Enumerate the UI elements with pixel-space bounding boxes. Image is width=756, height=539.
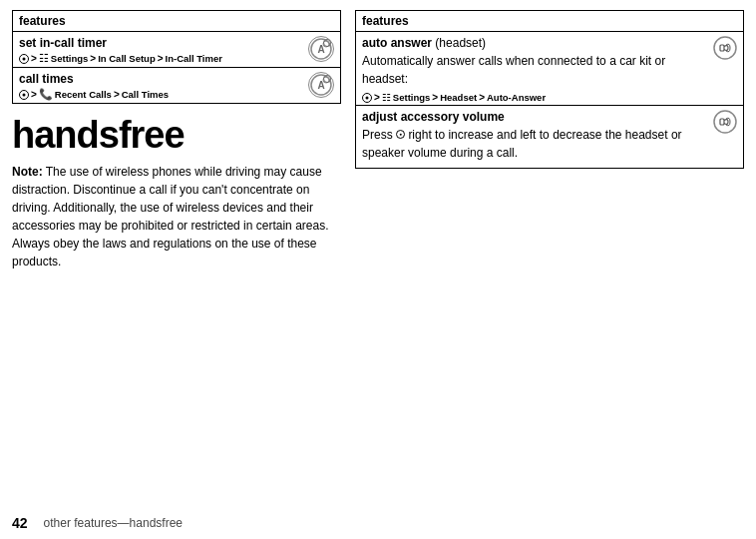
footer-text: other features—handsfree (44, 516, 183, 530)
left-feature-table: features set in-call timer > (12, 10, 341, 104)
handsfree-section: handsfree Note: The use of wireless phon… (12, 114, 341, 270)
feature-name-set-in-call-timer: set in-call timer (19, 36, 222, 50)
left-row-call-times: call times > 📞 Recent Calls > Call Times (13, 68, 341, 104)
nav-control-icon (396, 130, 405, 139)
icon-speaker-adjust-volume (713, 110, 737, 137)
right-feature-table: features auto answer (headset) Automatic… (355, 10, 744, 169)
auto-answer-description: Automatically answer calls when connecte… (362, 52, 709, 88)
left-row-set-in-call-timer: set in-call timer > ☷ Settings > In Call… (13, 32, 341, 68)
svg-rect-7 (720, 45, 724, 51)
settings-grid-icon: ☷ (39, 52, 49, 65)
handsfree-title: handsfree (12, 114, 341, 157)
svg-rect-9 (720, 119, 724, 125)
svg-text:A: A (317, 44, 324, 55)
auto-answer-path: > ☷ Settings > Headset > Auto-Answer (362, 92, 709, 103)
recent-calls-icon: 📞 (39, 88, 53, 101)
right-row-adjust-volume: adjust accessory volume Press right to i… (356, 106, 744, 169)
right-row-auto-answer: auto answer (headset) Automatically answ… (356, 32, 744, 106)
right-table-header: features (356, 11, 744, 32)
icon-a-set-in-call-timer: A (308, 36, 334, 62)
nav-dot-icon (19, 54, 29, 64)
page: features set in-call timer > (0, 0, 756, 539)
adjust-volume-name: adjust accessory volume (362, 110, 709, 124)
nav-dot-auto-answer (362, 93, 372, 103)
feature-name-call-times: call times (19, 72, 169, 86)
page-number: 42 (12, 515, 28, 531)
main-content: features set in-call timer > (0, 0, 756, 507)
auto-answer-suffix: (headset) (432, 36, 486, 50)
adjust-volume-post-text: right to increase and left to decrease t… (362, 128, 682, 160)
svg-point-6 (714, 37, 736, 59)
right-column: features auto answer (headset) Automatic… (355, 10, 744, 507)
settings-icon-auto-answer: ☷ (382, 92, 391, 103)
handsfree-note-text: The use of wireless phones while driving… (12, 165, 328, 269)
left-table-header-row: features (13, 11, 341, 32)
svg-point-4 (323, 77, 329, 83)
press-text: Press (362, 128, 393, 142)
adjust-volume-description: Press right to increase and left to decr… (362, 126, 709, 162)
left-column: features set in-call timer > (12, 10, 341, 507)
svg-point-8 (714, 111, 736, 133)
svg-point-1 (323, 41, 329, 47)
feature-path-set-in-call-timer: > ☷ Settings > In Call Setup > In-Call T… (19, 52, 222, 65)
nav-dot-press (396, 130, 405, 139)
handsfree-note: Note: The use of wireless phones while d… (12, 163, 341, 270)
nav-dot-icon-2 (19, 90, 29, 100)
left-table-header: features (13, 11, 341, 32)
footer: 42 other features—handsfree (0, 507, 756, 539)
auto-answer-name: auto answer (362, 36, 432, 50)
feature-path-call-times: > 📞 Recent Calls > Call Times (19, 88, 169, 101)
right-table-header-row: features (356, 11, 744, 32)
auto-answer-title-line: auto answer (headset) (362, 36, 709, 50)
svg-text:A: A (317, 80, 324, 91)
handsfree-note-bold: Note: (12, 165, 43, 179)
icon-a-call-times: A (308, 72, 334, 98)
icon-speaker-auto-answer (713, 36, 737, 63)
